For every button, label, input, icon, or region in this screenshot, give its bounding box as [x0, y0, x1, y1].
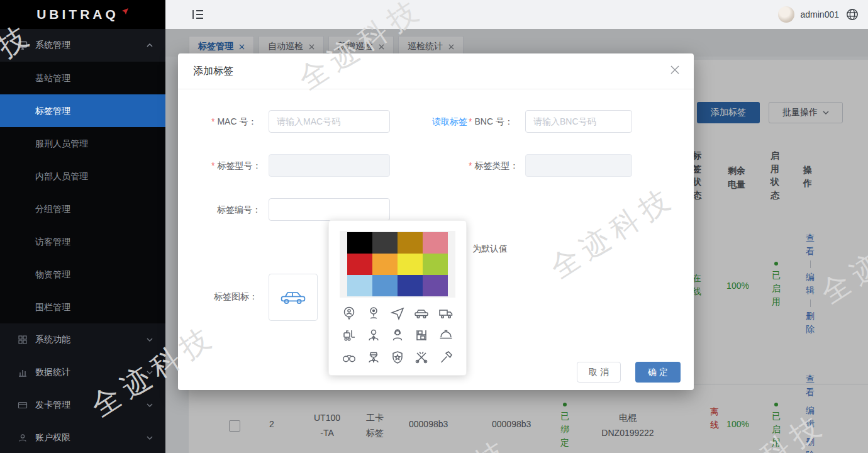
sidebar-item-material-management[interactable]: 物资管理 [0, 258, 165, 291]
shelf-icon[interactable] [414, 328, 429, 343]
tag-code-input[interactable] [269, 198, 390, 221]
bnc-label-text: BNC 号： [474, 116, 513, 126]
color-swatch[interactable] [347, 232, 372, 254]
truck-icon[interactable] [438, 306, 453, 321]
sidebar-item-group-management[interactable]: 分组管理 [0, 193, 165, 225]
monitor-icon [18, 40, 28, 50]
color-palette-frame [340, 231, 455, 298]
sidebar-group-data-statistics[interactable]: 数据统计 [0, 356, 165, 389]
hard-hat-icon[interactable] [438, 328, 453, 343]
sidebar-group-account-permissions[interactable]: 账户权限 [0, 422, 165, 453]
globe-icon[interactable] [845, 8, 859, 21]
color-palette [347, 232, 448, 296]
sidebar: UBITRAQ 系统管理 基站管理 标签管理 服刑人员管理 内部人员管理 分组管… [0, 0, 165, 453]
color-swatch[interactable] [398, 232, 423, 254]
chevron-up-icon [147, 42, 153, 48]
tag-code-label: 标签编号： [217, 204, 261, 216]
tag-icon-label: 标签图标： [214, 291, 258, 303]
worker-male-icon[interactable] [366, 328, 381, 343]
color-swatch[interactable] [423, 232, 448, 254]
mac-label-text: MAC 号： [217, 116, 257, 126]
sidebar-fold-icon[interactable] [192, 9, 204, 20]
color-swatch[interactable] [372, 275, 398, 296]
tag-model-label: *标签型号： [211, 160, 261, 172]
chevron-down-icon [147, 369, 153, 376]
close-icon[interactable] [669, 64, 681, 76]
add-tag-dialog: 添加标签 *MAC 号： 读取标签 *BNC 号： *标签型号： *标签类型： … [178, 53, 694, 390]
tag-type-label: *标签类型： [469, 160, 518, 172]
bar-chart-icon [18, 367, 28, 378]
bnc-label: *BNC 号： [469, 116, 513, 128]
required-mark: * [211, 116, 214, 126]
logo-mark-icon [121, 8, 129, 15]
color-swatch[interactable] [347, 275, 372, 296]
badge-icon[interactable] [390, 350, 405, 365]
sidebar-group-system-management[interactable]: 系统管理 [0, 29, 165, 62]
card-icon [18, 400, 28, 410]
confirm-button[interactable]: 确 定 [635, 362, 681, 383]
car-icon[interactable] [414, 306, 429, 321]
navigation-icon[interactable] [390, 306, 405, 321]
chevron-down-icon [147, 435, 153, 441]
handcuffs-icon[interactable] [342, 350, 357, 365]
sidebar-item-fence-management[interactable]: 围栏管理 [0, 291, 165, 323]
default-hint-text: 为默认值 [472, 243, 508, 255]
logo: UBITRAQ [0, 0, 165, 29]
avatar[interactable] [778, 6, 794, 23]
dialog-title: 添加标签 [193, 65, 233, 78]
dialog-divider [178, 89, 694, 89]
hammer-icon[interactable] [438, 350, 453, 365]
color-swatch[interactable] [372, 232, 398, 254]
sidebar-group-label: 系统管理 [35, 40, 70, 51]
sidebar-item-prisoner-management[interactable]: 服刑人员管理 [0, 127, 165, 160]
mac-label: *MAC 号： [211, 116, 257, 128]
grid-icon [18, 335, 28, 345]
chevron-down-icon [147, 402, 153, 408]
icon-grid [337, 303, 458, 368]
color-swatch[interactable] [372, 254, 398, 275]
sidebar-item-base-station[interactable]: 基站管理 [0, 62, 165, 94]
police-officer-icon[interactable] [366, 350, 381, 365]
selected-icon-box[interactable] [269, 274, 318, 321]
sidebar-group-label: 数据统计 [35, 367, 70, 378]
tag-type-input[interactable] [525, 154, 632, 177]
location-pin-icon[interactable] [366, 306, 381, 321]
color-swatch[interactable] [423, 254, 448, 275]
color-swatch[interactable] [398, 275, 423, 296]
tag-model-input[interactable] [269, 154, 390, 177]
color-swatch[interactable] [423, 275, 448, 296]
bnc-input[interactable] [525, 110, 632, 133]
cancel-button[interactable]: 取 消 [577, 362, 621, 383]
app-root: 添加标签 批量操作 标签状态 剩余电量 启用状态 操作 在线 100% 已启用 … [0, 0, 868, 453]
person-pin-icon[interactable] [342, 306, 357, 321]
color-swatch[interactable] [347, 254, 372, 275]
logo-text: UBITRAQ [36, 7, 119, 22]
tag-model-label-text: 标签型号： [217, 160, 261, 171]
sidebar-submenu: 基站管理 标签管理 服刑人员管理 内部人员管理 分组管理 访客管理 物资管理 围… [0, 62, 165, 323]
required-mark: * [211, 160, 214, 171]
car-icon [280, 289, 306, 306]
sidebar-group-label: 账户权限 [35, 432, 70, 444]
user-icon [18, 433, 28, 443]
sidebar-item-internal-staff[interactable]: 内部人员管理 [0, 160, 165, 193]
sidebar-group-label: 系统功能 [35, 334, 70, 345]
sidebar-group-card-issuance[interactable]: 发卡管理 [0, 389, 165, 422]
tag-type-label-text: 标签类型： [474, 160, 518, 171]
chevron-down-icon [147, 337, 153, 343]
color-swatch[interactable] [398, 254, 423, 275]
icon-color-picker-popup [328, 220, 467, 376]
required-mark: * [469, 116, 472, 126]
mac-input[interactable] [269, 110, 390, 133]
worker-female-icon[interactable] [390, 328, 405, 343]
read-tag-link[interactable]: 读取标签 [432, 116, 467, 128]
top-bar: admin001 [165, 0, 868, 29]
sidebar-item-visitor-management[interactable]: 访客管理 [0, 225, 165, 258]
tools-icon[interactable] [414, 350, 429, 365]
forklift-icon[interactable] [342, 328, 357, 343]
username[interactable]: admin001 [801, 9, 840, 20]
sidebar-group-label: 发卡管理 [35, 400, 70, 411]
sidebar-item-tag-management[interactable]: 标签管理 [0, 94, 165, 127]
required-mark: * [469, 160, 472, 171]
sidebar-group-system-functions[interactable]: 系统功能 [0, 323, 165, 356]
